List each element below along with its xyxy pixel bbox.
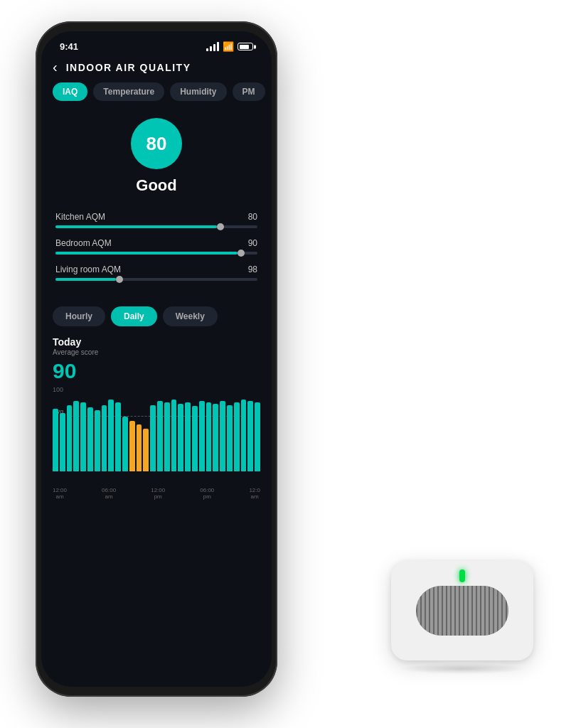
chart-bar <box>53 409 58 471</box>
chart-bar <box>213 404 218 471</box>
device-grille <box>416 586 508 636</box>
chart-y-label: 100 <box>53 386 63 393</box>
chart-section: Today Average score 90 100 Avg. 12:00am … <box>41 333 272 500</box>
chart-bar <box>192 406 198 471</box>
aqm-name-living: Living room AQM <box>55 264 121 274</box>
chart-bar <box>87 407 93 471</box>
score-label: Good <box>136 176 176 195</box>
aqm-row-kitchen: Kitchen AQM 80 <box>55 212 257 228</box>
chart-bar <box>137 424 142 471</box>
chart-bar <box>143 429 149 472</box>
avg-score-display: 90 <box>53 359 260 383</box>
air-quality-device <box>391 561 533 671</box>
chart-bar <box>67 405 73 472</box>
chart-bar <box>95 410 100 471</box>
chart-bar <box>115 402 121 471</box>
x-label-4: 12:0am <box>249 487 260 500</box>
chart-subtitle: Average score <box>53 348 260 356</box>
aqm-value-kitchen: 80 <box>248 212 257 222</box>
chart-bar <box>73 401 79 471</box>
bars-container <box>53 393 260 471</box>
aqm-track-kitchen <box>55 225 257 228</box>
filter-tabs: IAQ Temperature Humidity PM <box>41 82 272 111</box>
chart-bar <box>122 417 128 471</box>
tab-weekly[interactable]: Weekly <box>163 306 218 326</box>
aqm-row-bedroom: Bedroom AQM 90 <box>55 238 257 255</box>
chart-bar <box>199 401 205 471</box>
chart-bar <box>171 400 177 471</box>
chart-bar <box>255 402 260 471</box>
status-bar: 9:41 📶 <box>41 31 272 56</box>
tab-humidity[interactable]: Humidity <box>170 82 226 101</box>
aqm-row-living: Living room AQM 98 <box>55 264 257 281</box>
score-value: 80 <box>146 133 167 155</box>
tab-hourly[interactable]: Hourly <box>53 306 105 326</box>
chart-bar <box>241 400 247 471</box>
chart-bar <box>80 402 86 471</box>
aqm-section: Kitchen AQM 80 Bedroom AQM 90 <box>41 206 272 296</box>
chart-bar <box>227 405 233 472</box>
chart-bar <box>150 405 156 472</box>
x-label-1: 06:00am <box>102 487 116 500</box>
x-axis: 12:00am 06:00am 12:00pm 06:00pm 12:0am <box>53 486 260 500</box>
chart-bar <box>102 405 107 472</box>
wifi-icon: 📶 <box>223 41 234 52</box>
status-icons: 📶 <box>206 41 253 52</box>
period-tabs: Hourly Daily Weekly <box>41 296 272 333</box>
score-circle: 80 <box>131 118 182 169</box>
phone: 9:41 📶 ‹ INDOOR AIR QUAL <box>36 21 277 697</box>
x-label-0: 12:00am <box>53 487 67 500</box>
signal-icon <box>206 42 219 51</box>
scene: 9:41 📶 ‹ INDOOR AIR QUAL <box>0 0 576 728</box>
tab-daily[interactable]: Daily <box>111 306 157 326</box>
tab-pm[interactable]: PM <box>233 82 265 101</box>
device-body <box>391 561 533 660</box>
tab-iaq[interactable]: IAQ <box>53 82 87 101</box>
chart-bar <box>164 402 170 471</box>
x-label-2: 12:00pm <box>151 487 165 500</box>
back-button[interactable]: ‹ <box>53 59 58 75</box>
chart-bar <box>220 401 225 471</box>
chart-bar <box>178 404 183 471</box>
phone-screen: 9:41 📶 ‹ INDOOR AIR QUAL <box>41 31 272 687</box>
tab-temperature[interactable]: Temperature <box>93 82 164 101</box>
chart-title: Today <box>53 336 260 348</box>
aqm-value-living: 98 <box>248 264 257 274</box>
x-label-3: 06:00pm <box>200 487 214 500</box>
device-shadow <box>398 663 526 674</box>
chart-bar <box>129 421 135 472</box>
aqm-track-bedroom <box>55 252 257 255</box>
aqm-value-bedroom: 90 <box>248 238 257 248</box>
chart-wrapper: 100 Avg. <box>53 386 260 486</box>
chart-bar <box>206 402 212 471</box>
top-nav: ‹ INDOOR AIR QUALITY <box>41 56 272 82</box>
device-led-indicator <box>459 569 465 582</box>
aqm-track-living <box>55 278 257 281</box>
chart-bar <box>157 401 163 471</box>
aqm-name-bedroom: Bedroom AQM <box>55 238 112 248</box>
chart-bar <box>247 401 253 471</box>
chart-bar <box>108 400 114 471</box>
chart-bar <box>60 413 65 472</box>
chart-bar <box>234 402 240 471</box>
time-display: 9:41 <box>60 41 78 52</box>
page-title: INDOOR AIR QUALITY <box>66 62 191 73</box>
aqm-name-kitchen: Kitchen AQM <box>55 212 105 222</box>
chart-bar <box>185 402 191 471</box>
battery-icon <box>238 43 253 50</box>
score-section: 80 Good <box>41 111 272 206</box>
